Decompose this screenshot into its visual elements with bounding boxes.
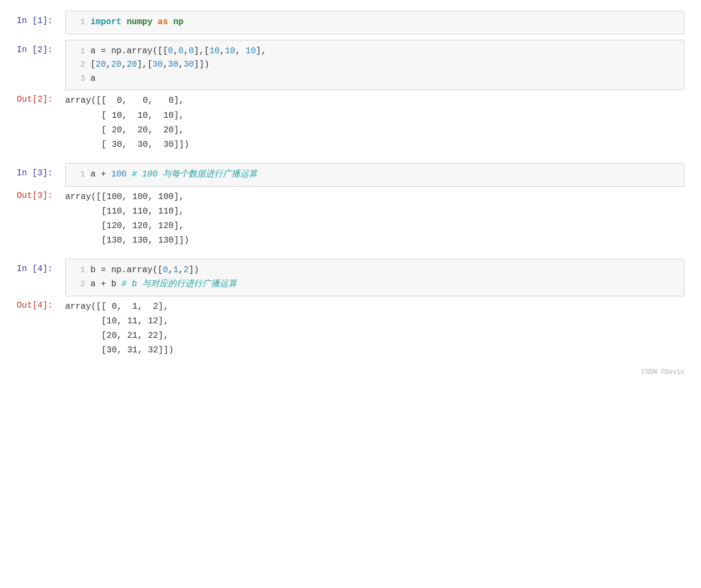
line-number: 1 [72, 45, 85, 58]
code-box[interactable]: 1b = np.array([0,1,2])2a + b # b 与对应的行进行… [65, 259, 684, 296]
output-block: Out[4]:array([[ 0, 1, 2], [10, 11, 12], … [17, 300, 684, 358]
line-number: 3 [72, 72, 85, 86]
input-cell: In [1]:1import numpy as np [17, 11, 684, 34]
output-block: Out[3]:array([[100, 100, 100], [110, 110… [17, 190, 684, 249]
input-cell: In [3]:1a + 100 # 100 与每个数据进行广播运算 [17, 163, 684, 187]
output-block: Out[2]:array([[ 0, 0, 0], [ 10, 10, 10],… [17, 94, 684, 152]
code-line: 2a + b # b 与对应的行进行广播运算 [72, 278, 677, 292]
line-number: 1 [72, 16, 85, 29]
cell-group: In [3]:1a + 100 # 100 与每个数据进行广播运算Out[3]:… [17, 163, 684, 248]
line-number: 2 [72, 58, 85, 72]
output-content: array([[100, 100, 100], [110, 110, 110],… [65, 190, 189, 249]
in-label: In [1]: [17, 11, 65, 26]
output-content: array([[ 0, 0, 0], [ 10, 10, 10], [ 20, … [65, 94, 189, 152]
code-content: a + 100 # 100 与每个数据进行广播运算 [90, 168, 677, 182]
code-content: [20,20,20],[30,30,30]]) [90, 58, 677, 72]
watermark: CSDN ©Devin [17, 369, 684, 376]
line-number: 2 [72, 278, 85, 291]
code-content: a [90, 72, 677, 86]
output-content: array([[ 0, 1, 2], [10, 11, 12], [20, 21… [65, 300, 174, 358]
code-content: import numpy as np [90, 16, 677, 30]
code-content: a + b # b 与对应的行进行广播运算 [90, 278, 677, 292]
code-line: 3a [72, 72, 677, 86]
code-box[interactable]: 1a + 100 # 100 与每个数据进行广播运算 [65, 163, 684, 187]
input-cell: In [2]:1a = np.array([[0,0,0],[10,10, 10… [17, 40, 684, 91]
in-label: In [4]: [17, 259, 65, 274]
line-number: 1 [72, 264, 85, 277]
in-label: In [3]: [17, 163, 65, 178]
out-label: Out[2]: [17, 94, 65, 104]
input-cell: In [4]:1b = np.array([0,1,2])2a + b # b … [17, 259, 684, 296]
cell-group: In [1]:1import numpy as np [17, 11, 684, 34]
in-label: In [2]: [17, 40, 65, 55]
out-label: Out[4]: [17, 300, 65, 310]
cell-group: In [4]:1b = np.array([0,1,2])2a + b # b … [17, 259, 684, 358]
out-label: Out[3]: [17, 190, 65, 201]
notebook: In [1]:1import numpy as npIn [2]:1a = np… [17, 11, 684, 376]
code-line: 1b = np.array([0,1,2]) [72, 264, 677, 278]
code-line: 1import numpy as np [72, 16, 677, 30]
code-line: 2 [20,20,20],[30,30,30]]) [72, 58, 677, 72]
code-box[interactable]: 1import numpy as np [65, 11, 684, 34]
line-number: 1 [72, 168, 85, 181]
code-line: 1a + 100 # 100 与每个数据进行广播运算 [72, 168, 677, 182]
code-content: b = np.array([0,1,2]) [90, 264, 677, 278]
code-box[interactable]: 1a = np.array([[0,0,0],[10,10, 10],2 [20… [65, 40, 684, 91]
code-line: 1a = np.array([[0,0,0],[10,10, 10], [72, 45, 677, 59]
code-content: a = np.array([[0,0,0],[10,10, 10], [90, 45, 677, 59]
cell-group: In [2]:1a = np.array([[0,0,0],[10,10, 10… [17, 40, 684, 153]
